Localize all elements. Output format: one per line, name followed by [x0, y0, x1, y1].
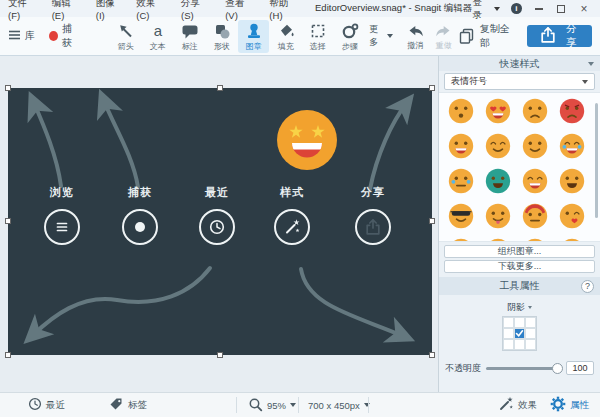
emoji-stamp-sick[interactable]: [485, 168, 511, 194]
emoji-stamp-sad[interactable]: [522, 98, 548, 124]
sign-in-menu[interactable]: 登录: [472, 0, 499, 22]
category-selected-value: 表情符号: [451, 75, 487, 88]
copy-icon: [458, 27, 475, 46]
emoji-stamp-neutral[interactable]: [448, 98, 474, 124]
snagit-editor-window: 文件(F)编辑(E)图像(I)效果(C)分享(S)查看(V)帮助(H) Edit…: [0, 0, 600, 417]
tool-shape-tool[interactable]: 形状: [206, 20, 237, 53]
selection-handle[interactable]: [5, 85, 11, 91]
chevron-down-icon: [588, 62, 594, 66]
shadow-direction-cell[interactable]: [514, 317, 525, 328]
emoji-stamp-grin[interactable]: [448, 133, 474, 159]
tool-select-tool[interactable]: 选择: [302, 20, 333, 53]
emoji-stamp-headband[interactable]: [522, 203, 548, 229]
tool-stamp-tool[interactable]: 图章: [238, 20, 269, 53]
share-label: 分享: [563, 22, 580, 50]
redo-button[interactable]: 重做: [429, 21, 457, 52]
emoji-stamp-partial-1[interactable]: [448, 238, 474, 242]
canvas-size-dropdown[interactable]: 700 x 450px: [308, 393, 370, 417]
opacity-slider-knob[interactable]: [552, 363, 563, 374]
emoji-stamp-cool[interactable]: [448, 203, 474, 229]
menu-4[interactable]: 效果(C): [134, 0, 170, 22]
download-more-button[interactable]: 下载更多...: [444, 260, 595, 273]
gear-icon: [550, 396, 566, 414]
emoji-stamp-cry[interactable]: [448, 168, 474, 194]
emoji-stamp-partial-3[interactable]: [522, 238, 548, 242]
shadow-direction-cell[interactable]: [503, 328, 514, 339]
shadow-direction-cell[interactable]: [525, 339, 536, 350]
effects-button[interactable]: 效果: [498, 393, 537, 417]
menu-5[interactable]: 分享(S): [179, 0, 214, 22]
effects-label: 效果: [518, 399, 537, 412]
share-button[interactable]: 分享: [527, 25, 592, 47]
menu-2[interactable]: 编辑(E): [50, 0, 85, 22]
selection-handle[interactable]: [429, 218, 435, 224]
minimize-button[interactable]: [533, 3, 545, 15]
maximize-button[interactable]: [555, 3, 567, 15]
shadow-direction-cell-selected[interactable]: [514, 328, 525, 339]
emoji-stamp-blush[interactable]: [485, 133, 511, 159]
copy-all-button[interactable]: 复制全部: [458, 22, 515, 50]
zoom-value: 95%: [267, 400, 286, 411]
emoji-stamp-tongue[interactable]: [485, 203, 511, 229]
shadow-direction-cell[interactable]: [503, 339, 514, 350]
close-button[interactable]: ×: [578, 3, 590, 15]
shadow-direction-cell[interactable]: [525, 328, 536, 339]
emoji-stamp-joy[interactable]: [559, 133, 585, 159]
emoji-stamp-love[interactable]: [485, 98, 511, 124]
selection-handle[interactable]: [5, 218, 11, 224]
shadow-direction-cell[interactable]: [514, 339, 525, 350]
emoji-stamp-laugh[interactable]: [522, 168, 548, 194]
capture-button[interactable]: 捕获: [49, 22, 80, 50]
selection-handle[interactable]: [5, 352, 11, 358]
selection-handle[interactable]: [429, 85, 435, 91]
recent-captures-button[interactable]: 最近: [28, 393, 65, 417]
more-tools-button[interactable]: 更多: [369, 23, 393, 49]
library-button[interactable]: 库: [8, 29, 35, 43]
emoji-stamp-shock[interactable]: [559, 168, 585, 194]
canvas-nav-label: 最近: [205, 185, 229, 200]
hamburger-icon: [8, 29, 21, 43]
window-title: EditorOverview.snag* - Snagit 编辑器: [315, 2, 472, 15]
tool-callout-tool[interactable]: 标注: [174, 20, 205, 53]
shape-tool-icon: [213, 22, 231, 40]
undo-button[interactable]: 撤消: [401, 21, 429, 52]
text-tool-icon: a: [149, 22, 167, 40]
shadow-direction-cell[interactable]: [525, 317, 536, 328]
properties-button[interactable]: 属性: [550, 393, 589, 417]
record-dot-icon: [49, 31, 58, 41]
notification-icon[interactable]: i: [511, 3, 522, 14]
close-icon: ×: [581, 4, 588, 14]
selection-handle[interactable]: [217, 352, 223, 358]
opacity-value-input[interactable]: 100: [566, 361, 594, 375]
tool-step-tool[interactable]: 步骤: [334, 20, 365, 53]
quick-styles-header[interactable]: 快速样式: [439, 56, 600, 71]
menu-6[interactable]: 查看(V): [223, 0, 258, 22]
tool-arrow-tool[interactable]: 箭头: [110, 20, 141, 53]
menu-3[interactable]: 图像(I): [94, 0, 126, 22]
stamp-category-dropdown[interactable]: 表情符号: [444, 73, 595, 90]
emoji-stamp-kiss[interactable]: [559, 203, 585, 229]
emoji-stamp-angry[interactable]: [559, 98, 585, 124]
tool-text-tool[interactable]: a 文本: [142, 20, 173, 53]
tool-label: 文本: [150, 41, 166, 52]
menu-7[interactable]: 帮助(H): [267, 0, 303, 22]
help-button[interactable]: ?: [581, 280, 594, 293]
tags-button[interactable]: 标签: [108, 393, 147, 417]
opacity-slider[interactable]: [486, 367, 561, 370]
shadow-control-label[interactable]: 阴影: [439, 301, 600, 314]
emoji-stamp-smirk[interactable]: [522, 133, 548, 159]
canvas-nav-label: 样式: [280, 185, 304, 200]
emoji-stamp-partial-4[interactable]: [559, 238, 585, 242]
canvas-image[interactable]: 浏览 捕获 最近 样式 分享: [8, 88, 432, 355]
tool-fill-tool[interactable]: 填充: [270, 20, 301, 53]
star-struck-emoji-stamp[interactable]: [275, 108, 339, 174]
selection-handle[interactable]: [217, 85, 223, 91]
emoji-stamp-partial-2[interactable]: [485, 238, 511, 242]
shadow-direction-cell[interactable]: [503, 317, 514, 328]
selection-handle[interactable]: [429, 352, 435, 358]
zoom-dropdown[interactable]: 95%: [248, 393, 296, 417]
gallery-scrollbar[interactable]: [595, 103, 598, 218]
menu-1[interactable]: 文件(F): [6, 0, 41, 22]
status-bar: 最近 标签 95% 700 x 450px 效果 属性: [0, 392, 600, 417]
organize-stamps-button[interactable]: 组织图章...: [444, 245, 595, 258]
